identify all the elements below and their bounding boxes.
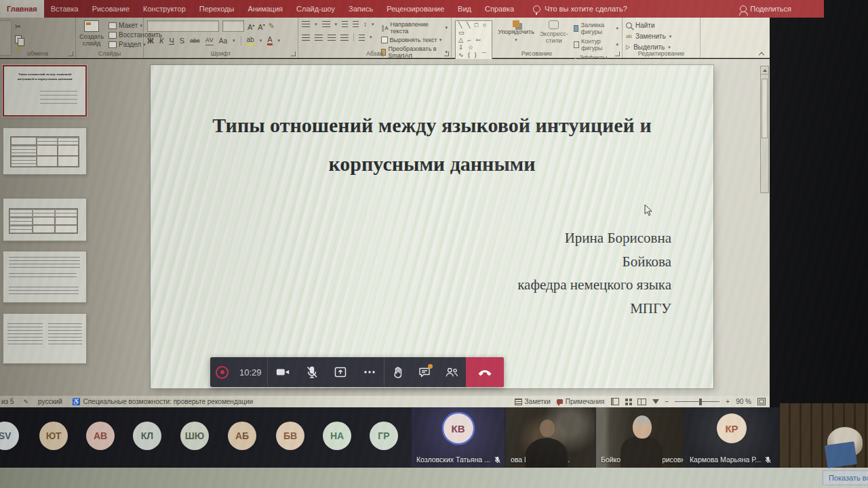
highlight-color-button[interactable]: ab [247,37,254,45]
show-all-button[interactable]: Показать все [823,470,868,485]
text-shadow-button[interactable]: S [180,37,184,45]
tab-review[interactable]: Рецензирование [380,0,451,18]
tab-help[interactable]: Справка [478,0,521,18]
drawing-dialog-launcher[interactable] [615,52,620,56]
font-dialog-launcher[interactable] [291,52,296,56]
align-center-icon[interactable] [315,35,323,41]
zoom-level[interactable]: 90 % [736,398,751,405]
shrink-font-button[interactable]: А▾ [258,21,264,32]
participants-button[interactable] [444,365,459,379]
zoom-out-button[interactable]: − [665,398,669,405]
scrollbar-thumb[interactable] [762,79,768,138]
quick-styles-button[interactable]: Экспресс-стили [540,20,568,44]
participant-avatar[interactable]: SV [0,422,19,450]
replace-button[interactable]: abЗаменить▾ [626,33,696,40]
bold-button[interactable]: Ж [147,37,154,45]
thumbnail-slide-4[interactable] [3,251,87,303]
slide-author-block[interactable]: Ирина Борисовна Бойкова кафедра немецког… [517,226,671,320]
participant-avatar[interactable]: НА [323,422,351,450]
shape-fill-button[interactable]: Заливка фигуры▾ [574,22,618,35]
slide-sorter-view-button[interactable] [625,399,628,401]
zoom-in-button[interactable]: + [726,398,730,405]
decrease-indent-icon[interactable] [342,21,348,27]
align-right-icon[interactable] [328,35,336,41]
zoom-slider[interactable] [675,401,719,402]
slide-title[interactable]: Типы отношений между языковой интуицией … [188,106,676,183]
slideshow-view-button[interactable] [652,399,659,404]
italic-button[interactable]: К [159,37,163,45]
thumbnail-slide-2[interactable] [3,127,87,175]
accessibility-checker[interactable]: ♿ Специальные возможности: проверьте рек… [72,398,253,405]
fit-to-window-icon[interactable] [757,398,766,405]
numbering-icon[interactable] [322,21,330,27]
participant-avatar[interactable]: БВ [276,422,304,450]
scroll-up-arrow-icon[interactable] [761,66,768,75]
notes-toggle[interactable]: Заметки [515,398,551,405]
participant-tile[interactable]: КВ Козловских Татьяна ... [412,407,505,468]
copy-icon[interactable] [15,35,22,43]
tell-me-box[interactable]: Что вы хотите сделать? [533,0,627,18]
camera-button[interactable] [275,365,290,379]
increase-indent-icon[interactable] [353,21,359,27]
hang-up-button[interactable] [466,357,504,387]
microphone-muted-button[interactable] [305,365,319,379]
grow-font-button[interactable]: А▴ [248,21,254,32]
thumbnail-slide-3[interactable] [3,198,87,241]
reading-view-button[interactable] [637,399,646,405]
align-text-button[interactable]: Выровнять текст▾ [381,37,448,43]
cut-icon[interactable]: ✂ [15,22,22,31]
participant-avatar[interactable]: АВ [86,422,115,450]
participant-tile[interactable]: КР Кармова Марьяна Р... [685,407,778,468]
normal-view-button[interactable] [611,398,619,405]
language-indicator[interactable]: русский [38,398,62,405]
font-size-combobox[interactable] [222,20,244,32]
tab-draw[interactable]: Рисование [85,0,136,18]
font-name-combobox[interactable] [147,20,219,32]
chat-button[interactable] [418,365,431,379]
clipboard-dialog-launcher[interactable] [68,52,73,56]
justify-icon[interactable] [340,35,349,41]
align-left-icon[interactable] [302,35,310,41]
tab-animations[interactable]: Анимация [241,0,290,18]
font-color-button[interactable]: А [267,36,272,45]
clear-formatting-button[interactable]: ✎ [269,22,275,30]
underline-button[interactable]: Ч [169,37,174,45]
more-options-button[interactable] [363,365,376,379]
participant-avatar[interactable]: КЛ [133,422,161,450]
share-screen-button[interactable] [334,365,347,379]
participant-tile[interactable] [780,403,868,469]
comments-toggle[interactable]: Примечания [557,398,605,405]
find-button[interactable]: Найти [626,22,696,29]
strikethrough-button[interactable]: abc [190,37,200,45]
line-spacing-icon[interactable]: ↕ [363,20,367,28]
change-case-button[interactable]: Аа [219,37,227,45]
participant-tile[interactable]: Бойкова Ирина Борисовна [596,407,684,468]
paragraph-dialog-launcher[interactable] [444,52,449,56]
pen-icon[interactable]: ✎ [24,399,29,405]
raise-hand-button[interactable] [391,365,405,379]
tab-slideshow[interactable]: Слайд-шоу [290,0,342,18]
text-direction-button[interactable]: ║АНаправление текста▾ [381,21,448,35]
tab-record[interactable]: Запись [342,0,380,18]
arrange-button[interactable]: Упорядочить▾ [498,20,534,43]
shape-outline-button[interactable]: Контур фигуры▾ [574,38,618,52]
tab-insert[interactable]: Вставка [44,0,85,18]
share-button[interactable]: Поделиться [740,0,791,18]
thumbnail-slide-5[interactable] [3,313,87,364]
columns-icon[interactable] [359,35,365,41]
tab-home[interactable]: Главная [0,0,44,18]
zoom-slider-thumb[interactable] [699,399,702,405]
bullets-icon[interactable] [302,21,310,27]
character-spacing-button[interactable]: АV [205,36,214,45]
slide-canvas[interactable]: Типы отношений между языковой интуицией … [151,65,713,388]
participant-avatar[interactable]: ГР [370,422,398,450]
thumbnail-slide-1[interactable]: Типы отношений между языковой интуицией … [3,65,87,117]
tab-view[interactable]: Вид [451,0,478,18]
tab-transitions[interactable]: Переходы [193,0,241,18]
participant-avatar[interactable]: ЮТ [39,422,68,450]
participant-avatar[interactable]: АБ [228,422,256,450]
vertical-scrollbar[interactable] [760,66,769,193]
participant-tile[interactable]: ова Ирина Иоси... [506,407,595,468]
new-slide-button[interactable]: Создать слайд [79,20,104,47]
tab-design[interactable]: Конструктор [136,0,193,18]
